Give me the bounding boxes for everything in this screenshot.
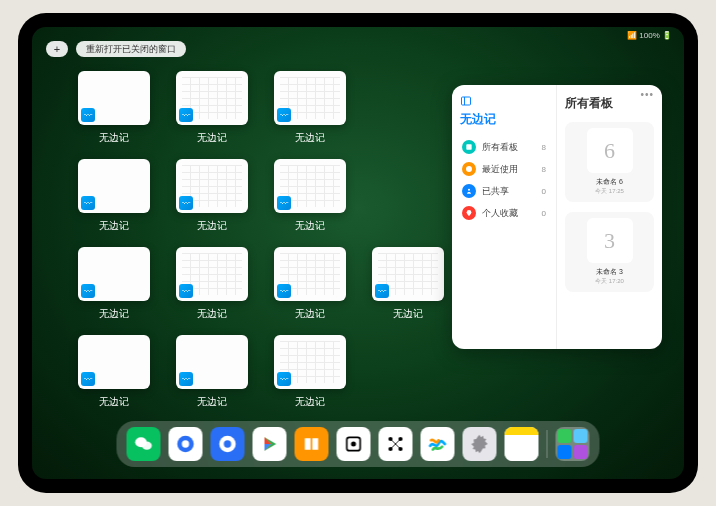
dock-app-books[interactable]: [295, 427, 329, 461]
board-date: 今天 17:20: [595, 277, 624, 286]
thumb-label: 无边记: [295, 307, 325, 321]
nav-item[interactable]: 最近使用 8: [460, 158, 548, 180]
thumb-preview: 〰: [274, 335, 346, 389]
thumb-preview: 〰: [372, 247, 444, 301]
nav-label: 个人收藏: [482, 207, 518, 220]
board-date: 今天 17:25: [595, 187, 624, 196]
thumb-label: 无边记: [393, 307, 423, 321]
panel-nav: 无边记 所有看板 8 最近使用 8 已共享 0 个人收藏 0: [452, 85, 557, 349]
freeform-app-icon: 〰: [81, 196, 95, 210]
window-thumb[interactable]: 〰 无边记: [270, 247, 350, 327]
freeform-app-icon: 〰: [277, 196, 291, 210]
freeform-app-icon: 〰: [179, 196, 193, 210]
freeform-app-icon: 〰: [179, 284, 193, 298]
thumb-label: 无边记: [99, 219, 129, 233]
svg-point-12: [352, 442, 355, 445]
thumb-preview: 〰: [274, 247, 346, 301]
thumb-label: 无边记: [197, 307, 227, 321]
freeform-app-icon: 〰: [179, 108, 193, 122]
board-name: 未命名 3: [596, 267, 623, 277]
dock-app-wechat[interactable]: [127, 427, 161, 461]
new-window-button[interactable]: +: [46, 41, 68, 57]
thumb-label: 无边记: [295, 219, 325, 233]
freeform-app-icon: 〰: [81, 284, 95, 298]
dock-app-settings[interactable]: [463, 427, 497, 461]
svg-rect-0: [462, 97, 471, 105]
top-bar: + 重新打开已关闭的窗口: [46, 41, 186, 57]
dock-app-play[interactable]: [253, 427, 287, 461]
thumb-preview: 〰: [274, 71, 346, 125]
thumb-preview: 〰: [176, 335, 248, 389]
window-thumb[interactable]: 〰 无边记: [172, 247, 252, 327]
sidebar-icon: [460, 95, 472, 107]
window-thumb[interactable]: 〰 无边记: [74, 335, 154, 415]
board-item[interactable]: 6 未命名 6 今天 17:25: [565, 122, 654, 202]
nav-item[interactable]: 个人收藏 0: [460, 202, 548, 224]
freeform-app-icon: 〰: [277, 372, 291, 386]
svg-rect-2: [466, 144, 471, 149]
dock-app-library[interactable]: [556, 427, 590, 461]
reopen-closed-button[interactable]: 重新打开已关闭的窗口: [76, 41, 186, 57]
dock-app-notes[interactable]: [505, 427, 539, 461]
nav-label: 已共享: [482, 185, 509, 198]
thumb-preview: 〰: [78, 159, 150, 213]
window-thumb[interactable]: 〰 无边记: [172, 71, 252, 151]
freeform-app-icon: 〰: [81, 372, 95, 386]
freeform-app-icon: 〰: [375, 284, 389, 298]
nav-icon: [462, 140, 476, 154]
dock-separator: [547, 430, 548, 458]
nav-icon: [462, 162, 476, 176]
freeform-app-icon: 〰: [81, 108, 95, 122]
thumb-label: 无边记: [99, 395, 129, 409]
nav-icon: [462, 206, 476, 220]
nav-list: 所有看板 8 最近使用 8 已共享 0 个人收藏 0: [460, 136, 548, 224]
dock-app-dice[interactable]: [337, 427, 371, 461]
window-thumb[interactable]: 〰 无边记: [172, 159, 252, 239]
window-thumb[interactable]: 〰 无边记: [270, 159, 350, 239]
window-thumb[interactable]: 〰 无边记: [74, 247, 154, 327]
thumb-label: 无边记: [197, 219, 227, 233]
freeform-app-icon: 〰: [277, 108, 291, 122]
nav-count: 0: [542, 187, 546, 196]
screen: 📶 100% 🔋 + 重新打开已关闭的窗口 〰 无边记 〰 无边记 〰 无边记 …: [32, 27, 684, 479]
thumb-label: 无边记: [99, 131, 129, 145]
window-thumb[interactable]: 〰 无边记: [270, 71, 350, 151]
thumb-label: 无边记: [99, 307, 129, 321]
dock-app-freeform[interactable]: [421, 427, 455, 461]
dock: [117, 421, 600, 467]
window-thumb[interactable]: 〰 无边记: [368, 247, 448, 327]
sidebar-panel: 无边记 所有看板 8 最近使用 8 已共享 0 个人收藏 0 ••• 所有看板 …: [452, 85, 662, 349]
window-thumb[interactable]: 〰 无边记: [172, 335, 252, 415]
svg-point-4: [468, 189, 470, 191]
window-thumb[interactable]: 〰 无边记: [270, 335, 350, 415]
svg-point-6: [142, 442, 152, 450]
thumb-preview: 〰: [274, 159, 346, 213]
window-thumb[interactable]: 〰 无边记: [74, 159, 154, 239]
board-sketch: 3: [587, 218, 633, 263]
board-sketch: 6: [587, 128, 633, 173]
thumb-preview: 〰: [78, 247, 150, 301]
thumb-label: 无边记: [295, 131, 325, 145]
dock-app-quark-hd[interactable]: [169, 427, 203, 461]
nav-label: 最近使用: [482, 163, 518, 176]
thumb-label: 无边记: [295, 395, 325, 409]
freeform-app-icon: 〰: [277, 284, 291, 298]
more-button[interactable]: •••: [640, 89, 654, 100]
ipad-frame: 📶 100% 🔋 + 重新打开已关闭的窗口 〰 无边记 〰 无边记 〰 无边记 …: [18, 13, 698, 493]
panel-header: [460, 95, 548, 107]
panel-title: 无边记: [460, 111, 548, 128]
dock-app-quark[interactable]: [211, 427, 245, 461]
thumb-preview: 〰: [176, 247, 248, 301]
thumb-preview: 〰: [78, 71, 150, 125]
panel-boards: ••• 所有看板 6 未命名 6 今天 17:253 未命名 3 今天 17:2…: [557, 85, 662, 349]
freeform-app-icon: 〰: [179, 372, 193, 386]
nav-label: 所有看板: [482, 141, 518, 154]
window-thumb[interactable]: 〰 无边记: [74, 71, 154, 151]
nav-item[interactable]: 所有看板 8: [460, 136, 548, 158]
dock-app-connect[interactable]: [379, 427, 413, 461]
board-item[interactable]: 3 未命名 3 今天 17:20: [565, 212, 654, 292]
thumb-preview: 〰: [176, 159, 248, 213]
nav-icon: [462, 184, 476, 198]
nav-item[interactable]: 已共享 0: [460, 180, 548, 202]
svg-point-8: [182, 440, 189, 447]
